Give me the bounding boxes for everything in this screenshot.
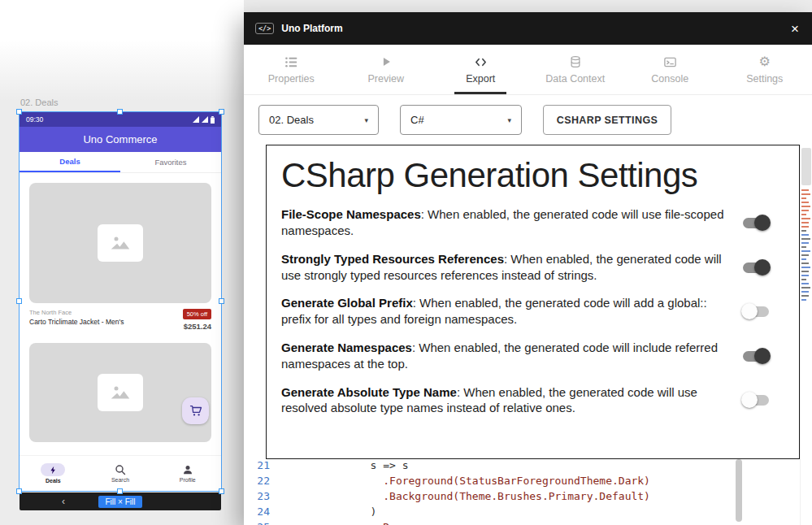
selection-handle[interactable] [16, 109, 22, 115]
chevron-down-icon: ▾ [364, 116, 368, 124]
page-select[interactable]: 02. Deals ▾ [258, 105, 379, 135]
window-title: Uno Platform [281, 23, 789, 34]
status-time: 09:30 [26, 115, 43, 124]
product-name: Carto Triclimate Jacket - Men's [29, 318, 124, 326]
product-card[interactable] [29, 343, 211, 442]
code-logo-icon: </> [255, 23, 274, 34]
toggle-file-scope-namespaces[interactable] [741, 215, 771, 231]
toggle-strongly-typed-resources[interactable] [741, 259, 771, 276]
window-tab-bar: Properties Preview Export Data Context C… [244, 45, 812, 95]
tab-export[interactable]: Export [433, 45, 528, 94]
terminal-icon [663, 54, 677, 69]
selection-handle[interactable] [219, 488, 224, 494]
nav-active-pill [41, 463, 65, 476]
setting-row: Generate Global Prefix: When enabled, th… [281, 295, 783, 328]
bottom-navigation: Deals Search Profile [20, 455, 221, 491]
language-select[interactable]: C# ▾ [400, 105, 522, 135]
tab-favorites[interactable]: Favorites [120, 152, 221, 172]
setting-row: Generate Absolute Type Name: When enable… [281, 384, 783, 417]
tab-properties[interactable]: Properties [244, 45, 339, 94]
product-card[interactable] [29, 183, 211, 303]
product-text: The North Face Carto Triclimate Jacket -… [29, 309, 124, 338]
selection-handle[interactable] [117, 488, 123, 494]
nav-item-profile[interactable]: Profile [154, 456, 221, 491]
status-icons [193, 116, 215, 124]
deals-list: The North Face Carto Triclimate Jacket -… [20, 173, 221, 455]
app-tab-bar: Deals Favorites [20, 152, 221, 173]
code-brackets-icon [474, 54, 488, 69]
setting-name: Generate Namespaces [281, 341, 412, 354]
minimap-slider[interactable] [801, 148, 811, 185]
minimap[interactable] [800, 145, 812, 525]
product-brand: The North Face [29, 309, 124, 316]
tab-console[interactable]: Console [623, 45, 718, 94]
setting-name: Generate Global Prefix [281, 296, 413, 310]
selection-handle[interactable] [16, 488, 22, 494]
setting-row: Generate Namespaces: When enabled, the g… [281, 340, 783, 372]
selection-handle[interactable] [16, 298, 22, 304]
uno-platform-window: </> Uno Platform × Properties Preview Ex… [244, 12, 812, 525]
product-price-block: 50% off $251.24 [183, 309, 211, 338]
code-lines: 21 s => s 22 .Foreground(StatusBarForegr… [244, 458, 731, 525]
toggle-generate-global-prefix[interactable] [741, 303, 771, 319]
search-icon [115, 464, 126, 475]
csharp-settings-modal: CSharp Generation Settings File-Scope Na… [266, 145, 800, 459]
product-info-row[interactable]: The North Face Carto Triclimate Jacket -… [29, 309, 211, 338]
play-icon [380, 54, 393, 69]
phone-artboard[interactable]: 09:30 Uno Commerce Deals Favorites [20, 112, 221, 491]
lightning-icon [49, 466, 58, 475]
database-icon [569, 54, 582, 69]
signal-icon [202, 116, 208, 123]
selection-handle[interactable] [219, 298, 224, 304]
editor-scrollbar[interactable] [736, 459, 742, 522]
fill-size-badge[interactable]: Fill × Fill [98, 496, 143, 508]
toggle-generate-namespaces[interactable] [741, 348, 771, 364]
export-controls-row: 02. Deals ▾ C# ▾ CSHARP SETTINGS [244, 95, 812, 145]
selection-handle[interactable] [117, 109, 123, 115]
app-title: Uno Commerce [83, 133, 157, 145]
battery-icon [211, 116, 215, 124]
setting-name: Generate Absolute Type Name [281, 385, 457, 399]
cart-icon [189, 405, 202, 417]
nav-item-deals[interactable]: Deals [20, 456, 87, 491]
setting-name: File-Scope Namespaces [281, 207, 421, 221]
properties-icon [284, 54, 298, 69]
window-titlebar: </> Uno Platform × [244, 12, 812, 45]
setting-row: File-Scope Namespaces: When enabled, the… [281, 206, 783, 239]
selection-handle[interactable] [219, 109, 224, 115]
close-icon[interactable]: × [789, 22, 801, 36]
image-placeholder-icon [98, 224, 143, 262]
toggle-generate-absolute-type-name[interactable] [741, 392, 771, 408]
image-placeholder-icon [98, 374, 143, 411]
chevron-down-icon: ▾ [507, 116, 511, 124]
tab-settings[interactable]: ⚙ Settings [718, 45, 812, 94]
canvas-fade [0, 0, 244, 102]
profile-icon [182, 464, 193, 475]
artboard-label[interactable]: 02. Deals [20, 98, 58, 107]
frame-toolbar: ‹ Fill × Fill [20, 492, 221, 510]
setting-row: Strongly Typed Resources References: Whe… [281, 251, 783, 284]
export-content: 21 s => s 22 .Foreground(StatusBarForegr… [244, 145, 812, 525]
app-bar: Uno Commerce [20, 127, 221, 152]
tab-deals[interactable]: Deals [20, 152, 120, 172]
discount-badge: 50% off [183, 309, 211, 319]
cart-fab[interactable] [182, 397, 209, 424]
wifi-icon [193, 116, 199, 123]
phone-screen: 09:30 Uno Commerce Deals Favorites [20, 112, 221, 491]
product-price: $251.24 [184, 322, 211, 331]
tab-preview[interactable]: Preview [339, 45, 434, 94]
modal-title: CSharp Generation Settings [281, 157, 783, 194]
csharp-settings-button[interactable]: CSHARP SETTINGS [543, 105, 671, 135]
gear-icon: ⚙ [759, 54, 771, 69]
nav-item-search[interactable]: Search [87, 456, 154, 491]
setting-name: Strongly Typed Resources References [281, 252, 504, 266]
tab-data-context[interactable]: Data Context [528, 45, 623, 94]
collapse-chevron-icon[interactable]: ‹ [62, 497, 65, 506]
